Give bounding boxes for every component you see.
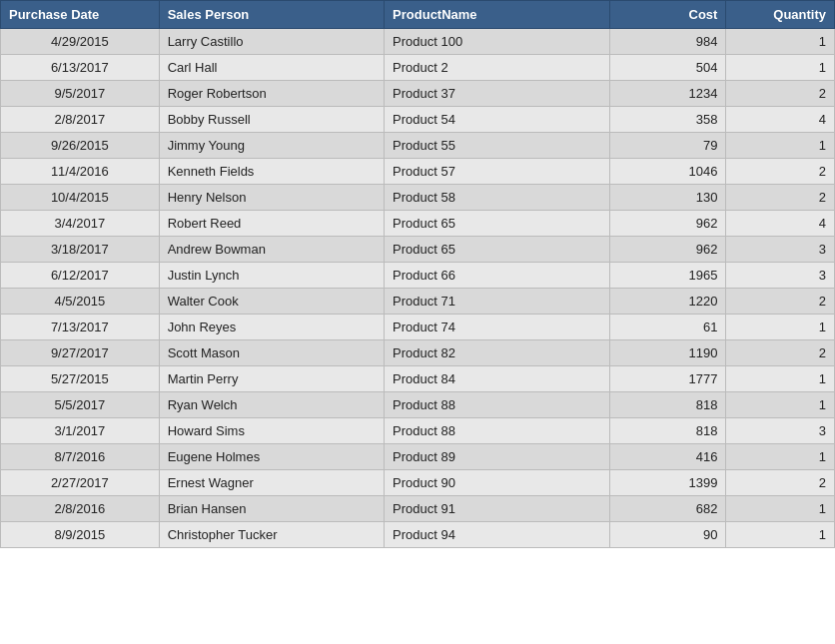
cell-product-name: Product 37 <box>385 81 609 107</box>
cell-quantity: 1 <box>726 366 835 392</box>
cell-quantity: 2 <box>726 289 835 315</box>
header-quantity[interactable]: Quantity <box>726 1 835 29</box>
cell-sales-person: Brian Hansen <box>159 496 384 522</box>
cell-purchase-date: 9/5/2017 <box>1 81 160 107</box>
cell-cost: 1234 <box>609 81 726 107</box>
cell-cost: 61 <box>609 315 726 340</box>
table-row: 10/4/2015Henry NelsonProduct 581302 <box>1 185 835 211</box>
cell-sales-person: Howard Sims <box>159 418 384 444</box>
table-row: 2/27/2017Ernest WagnerProduct 9013992 <box>1 470 835 496</box>
cell-quantity: 3 <box>726 418 835 444</box>
header-sales-person[interactable]: Sales Person <box>159 1 384 29</box>
cell-product-name: Product 89 <box>385 444 609 470</box>
cell-quantity: 1 <box>726 444 835 470</box>
cell-purchase-date: 6/13/2017 <box>1 55 160 81</box>
cell-sales-person: Bobby Russell <box>159 107 384 133</box>
cell-cost: 130 <box>609 185 726 211</box>
cell-cost: 962 <box>609 211 726 237</box>
cell-cost: 358 <box>609 107 726 133</box>
cell-product-name: Product 2 <box>385 55 609 81</box>
cell-product-name: Product 54 <box>385 107 609 133</box>
cell-cost: 818 <box>609 392 726 418</box>
cell-product-name: Product 74 <box>385 315 609 340</box>
cell-quantity: 2 <box>726 81 835 107</box>
header-purchase-date[interactable]: Purchase Date <box>1 1 160 29</box>
table-row: 3/1/2017Howard SimsProduct 888183 <box>1 418 835 444</box>
cell-sales-person: Ernest Wagner <box>159 470 384 496</box>
cell-sales-person: Walter Cook <box>159 289 384 315</box>
cell-sales-person: Andrew Bowman <box>159 237 384 263</box>
cell-quantity: 2 <box>726 340 835 366</box>
cell-product-name: Product 55 <box>385 133 609 159</box>
cell-purchase-date: 5/27/2015 <box>1 366 160 392</box>
cell-product-name: Product 65 <box>385 237 609 263</box>
cell-cost: 962 <box>609 237 726 263</box>
cell-quantity: 1 <box>726 55 835 81</box>
table-row: 8/7/2016Eugene HolmesProduct 894161 <box>1 444 835 470</box>
cell-product-name: Product 58 <box>385 185 609 211</box>
cell-cost: 984 <box>609 29 726 55</box>
header-cost[interactable]: Cost <box>609 1 726 29</box>
cell-purchase-date: 4/5/2015 <box>1 289 160 315</box>
table-header-row: Purchase Date Sales Person ProductName C… <box>1 1 835 29</box>
cell-quantity: 4 <box>726 211 835 237</box>
cell-product-name: Product 88 <box>385 392 609 418</box>
cell-quantity: 1 <box>726 496 835 522</box>
cell-sales-person: Christopher Tucker <box>159 522 384 548</box>
cell-sales-person: Jimmy Young <box>159 133 384 159</box>
cell-cost: 818 <box>609 418 726 444</box>
cell-purchase-date: 3/4/2017 <box>1 211 160 237</box>
cell-purchase-date: 8/9/2015 <box>1 522 160 548</box>
cell-cost: 682 <box>609 496 726 522</box>
table-row: 4/29/2015Larry CastilloProduct 1009841 <box>1 29 835 55</box>
cell-purchase-date: 5/5/2017 <box>1 392 160 418</box>
cell-cost: 1965 <box>609 263 726 289</box>
cell-cost: 79 <box>609 133 726 159</box>
cell-purchase-date: 4/29/2015 <box>1 29 160 55</box>
cell-product-name: Product 100 <box>385 29 609 55</box>
table-row: 3/4/2017Robert ReedProduct 659624 <box>1 211 835 237</box>
cell-sales-person: Carl Hall <box>159 55 384 81</box>
cell-product-name: Product 91 <box>385 496 609 522</box>
cell-sales-person: Justin Lynch <box>159 263 384 289</box>
cell-purchase-date: 8/7/2016 <box>1 444 160 470</box>
cell-sales-person: Ryan Welch <box>159 392 384 418</box>
data-table: Purchase Date Sales Person ProductName C… <box>0 0 835 548</box>
cell-product-name: Product 57 <box>385 159 609 185</box>
cell-sales-person: Eugene Holmes <box>159 444 384 470</box>
cell-quantity: 1 <box>726 133 835 159</box>
cell-product-name: Product 84 <box>385 366 609 392</box>
cell-product-name: Product 65 <box>385 211 609 237</box>
cell-quantity: 1 <box>726 522 835 548</box>
cell-purchase-date: 2/8/2016 <box>1 496 160 522</box>
cell-purchase-date: 7/13/2017 <box>1 315 160 340</box>
cell-purchase-date: 3/1/2017 <box>1 418 160 444</box>
cell-product-name: Product 94 <box>385 522 609 548</box>
table-row: 5/27/2015Martin PerryProduct 8417771 <box>1 366 835 392</box>
cell-cost: 1777 <box>609 366 726 392</box>
cell-quantity: 1 <box>726 315 835 340</box>
table-row: 3/18/2017Andrew BowmanProduct 659623 <box>1 237 835 263</box>
cell-sales-person: Henry Nelson <box>159 185 384 211</box>
cell-purchase-date: 11/4/2016 <box>1 159 160 185</box>
cell-sales-person: Robert Reed <box>159 211 384 237</box>
cell-purchase-date: 3/18/2017 <box>1 237 160 263</box>
header-product-name[interactable]: ProductName <box>385 1 609 29</box>
cell-cost: 90 <box>609 522 726 548</box>
cell-quantity: 2 <box>726 159 835 185</box>
cell-cost: 1220 <box>609 289 726 315</box>
table-row: 7/13/2017John ReyesProduct 74611 <box>1 315 835 340</box>
table-row: 9/26/2015Jimmy YoungProduct 55791 <box>1 133 835 159</box>
cell-product-name: Product 82 <box>385 340 609 366</box>
cell-purchase-date: 6/12/2017 <box>1 263 160 289</box>
cell-quantity: 1 <box>726 29 835 55</box>
cell-sales-person: Larry Castillo <box>159 29 384 55</box>
cell-product-name: Product 71 <box>385 289 609 315</box>
table-row: 8/9/2015Christopher TuckerProduct 94901 <box>1 522 835 548</box>
cell-product-name: Product 90 <box>385 470 609 496</box>
cell-sales-person: John Reyes <box>159 315 384 340</box>
cell-purchase-date: 9/27/2017 <box>1 340 160 366</box>
cell-cost: 504 <box>609 55 726 81</box>
cell-purchase-date: 2/27/2017 <box>1 470 160 496</box>
cell-product-name: Product 88 <box>385 418 609 444</box>
